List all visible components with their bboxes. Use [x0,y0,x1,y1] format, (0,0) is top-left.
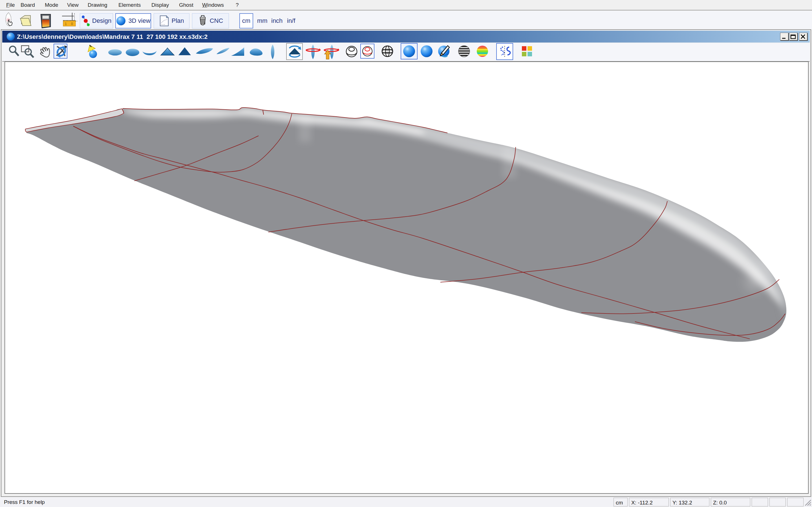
svg-text:0: 0 [71,22,73,26]
svg-text:1: 1 [65,22,67,26]
